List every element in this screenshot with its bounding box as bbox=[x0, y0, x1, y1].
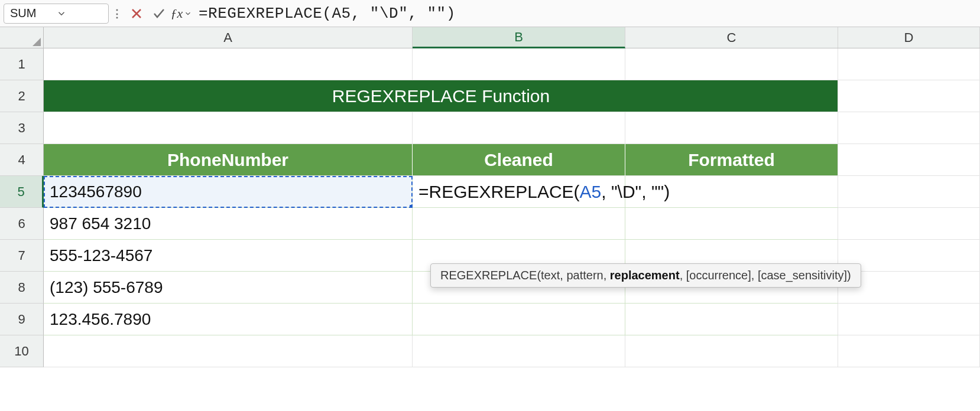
row-header-4[interactable]: 4 bbox=[0, 144, 44, 176]
cell-A10[interactable] bbox=[44, 335, 413, 367]
cell-D3[interactable] bbox=[838, 112, 980, 144]
row-header-6[interactable]: 6 bbox=[0, 208, 44, 240]
row-header-7[interactable]: 7 bbox=[0, 240, 44, 272]
chevron-down-icon[interactable] bbox=[56, 8, 102, 19]
fx-icon: ƒx bbox=[171, 6, 193, 21]
insert-function-button[interactable]: ƒx bbox=[170, 4, 193, 24]
cell-C6[interactable] bbox=[625, 208, 838, 240]
column-header-A[interactable]: A bbox=[44, 27, 413, 48]
row-header-9[interactable]: 9 bbox=[0, 304, 44, 335]
cell-A4[interactable]: PhoneNumber bbox=[44, 144, 413, 176]
formula-ref: A5 bbox=[580, 182, 602, 201]
cell-A8[interactable]: (123) 555-6789 bbox=[44, 272, 413, 304]
cell-A5[interactable]: 1234567890 bbox=[44, 176, 413, 208]
cell-B10[interactable] bbox=[413, 335, 625, 367]
cell-D2[interactable] bbox=[838, 80, 980, 112]
formula-text: =REGEXREPLACE(A5, "\D", "") bbox=[199, 5, 456, 22]
cell-B9[interactable] bbox=[413, 304, 625, 335]
cell-A1[interactable] bbox=[44, 48, 413, 80]
cell-D9[interactable] bbox=[838, 304, 980, 335]
cell-D6[interactable] bbox=[838, 208, 980, 240]
cell-D1[interactable] bbox=[838, 48, 980, 80]
tooltip-fn: REGEXREPLACE bbox=[440, 269, 537, 282]
cell-A3[interactable] bbox=[44, 112, 413, 144]
grip-icon: ⋮ bbox=[109, 7, 125, 20]
row: 3 bbox=[0, 112, 980, 144]
cancel-button[interactable] bbox=[125, 4, 148, 24]
cell-C1[interactable] bbox=[625, 48, 838, 80]
column-header-B[interactable]: B bbox=[413, 27, 625, 48]
row-header-10[interactable]: 10 bbox=[0, 335, 44, 367]
cell-A2[interactable] bbox=[44, 80, 413, 112]
cell-B2[interactable] bbox=[413, 80, 625, 112]
cell-D5[interactable] bbox=[838, 176, 980, 208]
column-header-D[interactable]: D bbox=[838, 27, 980, 48]
formula-bar: SUM ⋮ ƒx =REGEXREPLACE(A5, "\D", "") bbox=[0, 0, 980, 27]
spreadsheet-grid: A B C D 1 2 REGEXREPLACE Function 3 4 Ph… bbox=[0, 27, 980, 367]
row: 9 123.456.7890 bbox=[0, 304, 980, 335]
row: 4 PhoneNumber Cleaned Formatted bbox=[0, 144, 980, 176]
cell-D10[interactable] bbox=[838, 335, 980, 367]
formula-suffix: , "\D", "") bbox=[601, 182, 670, 201]
cell-formula-text: =REGEXREPLACE(A5, "\D", "") bbox=[418, 182, 670, 202]
cell-B3[interactable] bbox=[413, 112, 625, 144]
cell-A6[interactable]: 987 654 3210 bbox=[44, 208, 413, 240]
formula-input[interactable]: =REGEXREPLACE(A5, "\D", "") bbox=[199, 4, 980, 24]
column-header-C[interactable]: C bbox=[625, 27, 838, 48]
row: 6 987 654 3210 bbox=[0, 208, 980, 240]
cell-A9[interactable]: 123.456.7890 bbox=[44, 304, 413, 335]
chevron-down-icon bbox=[184, 6, 192, 21]
row-header-3[interactable]: 3 bbox=[0, 112, 44, 144]
cell-C3[interactable] bbox=[625, 112, 838, 144]
select-all-corner[interactable] bbox=[0, 27, 44, 48]
row: 5 1234567890 =REGEXREPLACE(A5, "\D", "") bbox=[0, 176, 980, 208]
tooltip-arg-current: replacement bbox=[610, 269, 680, 282]
name-box[interactable]: SUM bbox=[4, 4, 109, 24]
name-box-value: SUM bbox=[10, 6, 56, 20]
column-headers: A B C D bbox=[0, 27, 980, 48]
cell-B1[interactable] bbox=[413, 48, 625, 80]
cell-B5[interactable]: =REGEXREPLACE(A5, "\D", "") bbox=[413, 176, 625, 208]
row-header-1[interactable]: 1 bbox=[0, 48, 44, 80]
row-header-8[interactable]: 8 bbox=[0, 272, 44, 304]
row-header-2[interactable]: 2 bbox=[0, 80, 44, 112]
cell-C4[interactable]: Formatted bbox=[625, 144, 838, 176]
cell-C10[interactable] bbox=[625, 335, 838, 367]
row-header-5[interactable]: 5 bbox=[0, 176, 44, 208]
row: 10 bbox=[0, 335, 980, 367]
cell-C2[interactable] bbox=[625, 80, 838, 112]
cell-B6[interactable] bbox=[413, 208, 625, 240]
enter-button[interactable] bbox=[148, 4, 170, 24]
formula-prefix: =REGEXREPLACE( bbox=[418, 182, 580, 201]
cell-A7[interactable]: 555-123-4567 bbox=[44, 240, 413, 272]
cell-D4[interactable] bbox=[838, 144, 980, 176]
row: 2 REGEXREPLACE Function bbox=[0, 80, 980, 112]
function-tooltip[interactable]: REGEXREPLACE(text, pattern, replacement,… bbox=[430, 263, 861, 288]
cell-C9[interactable] bbox=[625, 304, 838, 335]
cell-B4[interactable]: Cleaned bbox=[413, 144, 625, 176]
tooltip-args-before: (text, pattern, bbox=[537, 269, 609, 282]
tooltip-args-after: , [occurrence], [case_sensitivity]) bbox=[680, 269, 851, 282]
row: 1 bbox=[0, 48, 980, 80]
